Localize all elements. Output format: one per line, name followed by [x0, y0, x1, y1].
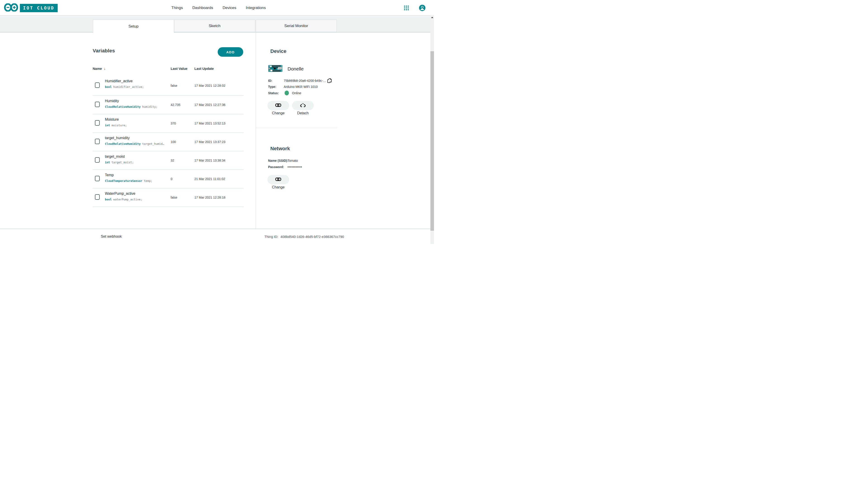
device-section-title: Device — [270, 48, 286, 54]
last-update: 21 Mar 2021 11:01:02 — [194, 177, 225, 181]
device-board-image — [268, 65, 283, 73]
variable-name[interactable]: target_moist — [105, 155, 125, 159]
variables-table: Humidifier_active boolhumidifier_active;… — [93, 76, 244, 207]
variable-declaration: CloudRelativeHumiditytarget_humid… — [105, 142, 164, 145]
apps-grid-icon[interactable] — [404, 5, 409, 11]
column-header-last-update: Last Update — [194, 67, 214, 70]
change-device-label: Change — [268, 111, 289, 115]
nav-things[interactable]: Things — [171, 6, 183, 10]
detach-device-button[interactable] — [292, 101, 314, 110]
tab-serial-monitor[interactable]: Serial Monitor — [256, 20, 337, 32]
last-value: 100 — [170, 140, 176, 144]
add-variable-button[interactable]: ADD — [218, 47, 243, 57]
last-update: 17 Mar 2021 13:37:23 — [194, 140, 225, 144]
variable-declaration: CloudTemperatureSensortemp; — [105, 179, 152, 183]
link-icon — [275, 177, 281, 182]
last-update: 17 Mar 2021 12:27:36 — [194, 103, 225, 107]
main-nav: Things Dashboards Devices Integrations — [171, 0, 266, 16]
iot-cloud-thing-page: IOT CLOUD Things Dashboards Devices Inte… — [0, 0, 434, 244]
variable-name[interactable]: Temp — [105, 173, 114, 177]
row-checkbox[interactable] — [95, 120, 100, 126]
row-checkbox[interactable] — [95, 157, 100, 163]
broken-link-icon — [300, 103, 306, 108]
vertical-scrollbar[interactable] — [430, 15, 434, 244]
row-checkbox[interactable] — [95, 139, 100, 144]
last-update: 17 Mar 2021 12:28:02 — [194, 84, 225, 88]
device-id-label: ID: — [268, 79, 272, 83]
change-network-label: Change — [268, 185, 289, 189]
device-name: Donelle — [287, 66, 304, 72]
last-value: 32 — [170, 159, 174, 162]
user-avatar-icon[interactable] — [419, 5, 426, 11]
link-icon — [275, 103, 281, 107]
scrollbar-thumb[interactable] — [430, 51, 434, 231]
variable-name[interactable]: Humidity — [105, 99, 119, 103]
nav-integrations[interactable]: Integrations — [246, 6, 266, 10]
set-webhook-link[interactable]: Set webhook — [101, 234, 122, 238]
tab-sketch[interactable]: Sketch — [174, 20, 255, 32]
last-update: 17 Mar 2021 13:38:34 — [194, 159, 225, 162]
arduino-infinity-icon — [4, 3, 18, 12]
row-checkbox[interactable] — [95, 102, 100, 107]
device-type-value: Arduino MKR WiFi 1010 — [284, 85, 318, 89]
network-section-title: Network — [270, 146, 290, 152]
last-update: 17 Mar 2021 13:52:13 — [194, 122, 225, 125]
table-row[interactable]: Humidifier_active boolhumidifier_active;… — [93, 76, 244, 96]
variable-declaration: CloudRelativeHumidityhumidity; — [105, 105, 158, 108]
variables-title: Variables — [93, 48, 115, 54]
device-status-value: Online — [292, 91, 301, 95]
last-value: false — [170, 84, 178, 88]
last-value: 370 — [170, 122, 176, 125]
row-checkbox[interactable] — [95, 194, 100, 200]
table-row[interactable]: Humidity CloudRelativeHumidityhumidity; … — [93, 96, 244, 114]
password-masked-value: ••••••••••• — [287, 165, 302, 169]
copy-id-icon[interactable] — [327, 78, 332, 84]
nav-devices[interactable]: Devices — [223, 6, 236, 10]
last-value: false — [170, 196, 178, 199]
thing-id-label: Thing ID: — [265, 235, 278, 238]
variable-name[interactable]: Humidifier_active — [105, 79, 133, 83]
variable-declaration: intmoisture; — [105, 124, 127, 127]
variable-declaration: inttarget_moist; — [105, 161, 133, 164]
change-network-button[interactable] — [268, 175, 289, 184]
last-value: 42.735 — [170, 103, 180, 107]
sort-desc-icon[interactable]: ↓ — [104, 67, 105, 70]
thing-id: Thing ID:408bd540-1d26-46d5-bf72-e366367… — [265, 235, 344, 238]
device-type-label: Type: — [268, 85, 276, 89]
table-row[interactable]: target_moist inttarget_moist; 32 17 Mar … — [93, 151, 244, 170]
table-row[interactable]: target_humidity CloudRelativeHumiditytar… — [93, 133, 244, 151]
variable-name[interactable]: Moisture — [105, 118, 119, 122]
column-header-last-value: Last Value — [170, 67, 187, 70]
ssid-label: Name (SSID): — [268, 159, 288, 162]
detach-device-label: Detach — [292, 111, 314, 115]
tab-setup[interactable]: Setup — [93, 20, 174, 33]
arduino-logo[interactable]: IOT CLOUD — [4, 2, 58, 13]
variable-name[interactable]: target_humidity — [105, 136, 129, 140]
thing-id-value: 408bd540-1d26-46d5-bf72-e366367cc790 — [281, 235, 344, 238]
table-row[interactable]: Temp CloudTemperatureSensortemp; 0 21 Ma… — [93, 170, 244, 188]
nav-dashboards[interactable]: Dashboards — [192, 6, 213, 10]
row-checkbox[interactable] — [95, 83, 100, 88]
thing-tabs: Setup Sketch Serial Monitor — [0, 16, 430, 33]
last-value: 0 — [170, 177, 173, 181]
device-id-value: 75b869b8-20a6-4200-b49c-… — [284, 79, 326, 83]
ssid-value: Tomato — [287, 159, 298, 162]
scroll-up-icon[interactable] — [431, 17, 433, 18]
column-header-name[interactable]: Name↓ — [93, 67, 105, 71]
row-checkbox[interactable] — [95, 176, 100, 181]
page-footer: Set webhook Thing ID:408bd540-1d26-46d5-… — [0, 229, 434, 244]
variable-declaration: boolwaterPump_active; — [105, 198, 142, 201]
top-header: IOT CLOUD Things Dashboards Devices Inte… — [0, 0, 434, 16]
table-row[interactable]: Moisture intmoisture; 370 17 Mar 2021 13… — [93, 114, 244, 133]
password-label: Password: — [268, 165, 284, 169]
variable-declaration: boolhumidifier_active; — [105, 85, 144, 89]
last-update: 17 Mar 2021 12:28:18 — [194, 196, 225, 199]
device-status-label: Status: — [268, 91, 279, 95]
change-device-button[interactable] — [268, 101, 289, 110]
status-online-dot — [285, 91, 289, 95]
iot-cloud-wordmark: IOT CLOUD — [20, 4, 58, 12]
table-row[interactable]: WaterPump_active boolwaterPump_active; f… — [93, 188, 244, 207]
variable-name[interactable]: WaterPump_active — [105, 192, 135, 196]
